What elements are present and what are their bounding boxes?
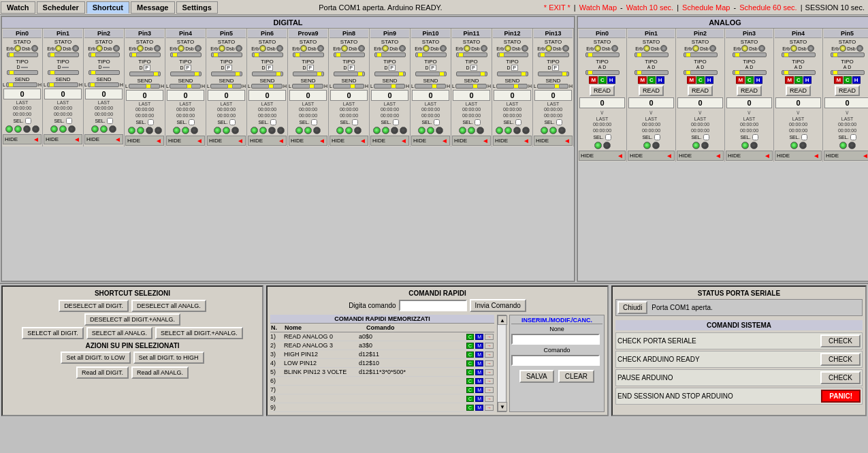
arrow-btn-5[interactable]: → xyxy=(485,378,494,384)
arrow-btn-3[interactable]: → xyxy=(485,360,494,366)
sel-checkbox-3[interactable] xyxy=(148,119,154,125)
hide-btn-13[interactable]: HIDE ◄ xyxy=(534,136,573,146)
arrow-btn-2[interactable]: → xyxy=(485,352,494,358)
sel-checkbox-12[interactable] xyxy=(515,119,521,125)
insert-nome-input[interactable] xyxy=(511,334,600,345)
c-btn-5[interactable]: C xyxy=(466,378,474,384)
tab-message[interactable]: Message xyxy=(131,1,174,14)
schedule60-link[interactable]: Schedule 60 sec. xyxy=(739,3,797,12)
tab-scheduler[interactable]: Scheduler xyxy=(37,1,85,14)
hide-btn-12[interactable]: HIDE ◄ xyxy=(493,136,532,146)
invia-btn[interactable]: Invia Comando xyxy=(470,299,526,312)
sel-checkbox-6[interactable] xyxy=(270,119,276,125)
ahide-btn-0[interactable]: HIDE ◄ xyxy=(579,151,626,161)
m-btn-8[interactable]: M xyxy=(475,405,483,411)
tab-shortcut[interactable]: Shortcut xyxy=(86,1,129,14)
sel-checkbox-9[interactable] xyxy=(393,119,399,125)
asel-checkbox-3[interactable] xyxy=(752,134,758,140)
c-btn-0[interactable]: C xyxy=(466,334,474,340)
ahide-btn-3[interactable]: HIDE ◄ xyxy=(726,151,773,161)
asel-checkbox-5[interactable] xyxy=(850,134,856,140)
hide-btn-1[interactable]: HIDE ◄ xyxy=(44,134,82,144)
chiudi-btn[interactable]: Chiudi xyxy=(617,301,647,314)
select-analg-btn[interactable]: SELECT all ANALG. xyxy=(86,327,152,339)
read-btn-0[interactable]: READ xyxy=(590,85,615,96)
m-btn-2[interactable]: M xyxy=(475,352,483,358)
read-btn-1[interactable]: READ xyxy=(639,85,664,96)
c-btn-3[interactable]: C xyxy=(466,360,474,366)
read-btn-3[interactable]: READ xyxy=(737,85,762,96)
salva-btn[interactable]: SALVA xyxy=(519,370,554,383)
hide-btn-2[interactable]: HIDE ◄ xyxy=(84,134,123,144)
m-btn-4[interactable]: M xyxy=(475,369,483,375)
sistema-btn-1[interactable]: CHECK xyxy=(820,353,861,366)
hide-btn-10[interactable]: HIDE ◄ xyxy=(411,136,450,146)
c-btn-4[interactable]: C xyxy=(466,369,474,375)
select-digit-btn[interactable]: SELECT all DIGIT. xyxy=(22,327,83,339)
hide-btn-5[interactable]: HIDE ◄ xyxy=(207,136,246,146)
hide-btn-7[interactable]: HIDE ◄ xyxy=(289,136,327,146)
sel-checkbox-11[interactable] xyxy=(475,119,481,125)
hide-btn-11[interactable]: HIDE ◄ xyxy=(452,136,491,146)
hide-btn-9[interactable]: HIDE ◄ xyxy=(370,136,409,146)
c-btn-2[interactable]: C xyxy=(466,352,474,358)
deselect-digit-btn[interactable]: DESELECT all DIGIT. xyxy=(59,300,129,312)
sel-checkbox-8[interactable] xyxy=(352,119,358,125)
sistema-btn-0[interactable]: CHECK xyxy=(820,334,861,347)
read-btn-2[interactable]: READ xyxy=(688,85,713,96)
m-btn-3[interactable]: M xyxy=(475,360,483,366)
arrow-btn-8[interactable]: → xyxy=(485,405,494,411)
hide-btn-6[interactable]: HIDE ◄ xyxy=(248,136,287,146)
watch10-link[interactable]: Watch 10 sec. xyxy=(626,3,673,12)
watch-map-link[interactable]: Watch Map xyxy=(579,3,617,12)
c-btn-8[interactable]: C xyxy=(466,405,474,411)
sistema-btn-2[interactable]: CHECK xyxy=(820,371,861,384)
arrow-btn-6[interactable]: → xyxy=(485,387,494,393)
hide-btn-0[interactable]: HIDE ◄ xyxy=(3,134,42,144)
arrow-btn-4[interactable]: → xyxy=(485,369,494,375)
asel-checkbox-4[interactable] xyxy=(801,134,807,140)
m-btn-5[interactable]: M xyxy=(475,378,483,384)
sel-checkbox-4[interactable] xyxy=(189,119,195,125)
m-btn-6[interactable]: M xyxy=(475,387,483,393)
ahide-btn-1[interactable]: HIDE ◄ xyxy=(628,151,675,161)
sel-checkbox-10[interactable] xyxy=(434,119,440,125)
read-btn-4[interactable]: READ xyxy=(786,85,811,96)
sel-checkbox-13[interactable] xyxy=(556,119,562,125)
asel-checkbox-1[interactable] xyxy=(654,134,660,140)
c-btn-7[interactable]: C xyxy=(466,396,474,402)
read-btn-5[interactable]: READ xyxy=(835,85,860,96)
read-digit-btn[interactable]: Read all DIGIT. xyxy=(76,366,129,379)
c-btn-6[interactable]: C xyxy=(466,387,474,393)
set-low-btn[interactable]: Set all DIGIT. to LOW xyxy=(61,352,130,364)
insert-comando-input[interactable] xyxy=(511,355,600,366)
hide-btn-3[interactable]: HIDE ◄ xyxy=(125,136,164,146)
exit-link[interactable]: * EXIT * xyxy=(544,3,570,12)
sel-checkbox-2[interactable] xyxy=(107,118,113,124)
deselect-all-btn[interactable]: DESELECT all DIGIT.+ANALG. xyxy=(84,313,180,326)
arrow-btn-0[interactable]: → xyxy=(485,334,494,340)
c-btn-1[interactable]: C xyxy=(466,343,474,349)
sel-checkbox-1[interactable] xyxy=(66,118,72,124)
deselect-analg-btn[interactable]: DESELECT all ANALG. xyxy=(131,300,206,312)
read-analg-btn[interactable]: Read all ANALG. xyxy=(131,366,189,379)
tab-watch[interactable]: Watch xyxy=(1,1,35,14)
schedule-map-link[interactable]: Schedule Map xyxy=(682,3,730,12)
clear-btn[interactable]: CLEAR xyxy=(558,370,594,383)
scroll-up-btn[interactable]: ▲ xyxy=(498,315,507,325)
sel-checkbox-0[interactable] xyxy=(25,118,31,124)
ahide-btn-2[interactable]: HIDE ◄ xyxy=(677,151,724,161)
command-input[interactable] xyxy=(399,300,467,311)
m-btn-7[interactable]: M xyxy=(475,396,483,402)
hide-btn-4[interactable]: HIDE ◄ xyxy=(166,136,205,146)
asel-checkbox-0[interactable] xyxy=(605,134,611,140)
sel-checkbox-5[interactable] xyxy=(229,119,236,125)
m-btn-1[interactable]: M xyxy=(475,343,483,349)
select-all-btn[interactable]: SELECT all DIGIT.+ANALG. xyxy=(155,327,243,339)
scroll-down-btn[interactable]: ▼ xyxy=(498,402,507,411)
ahide-btn-5[interactable]: HIDE ◄ xyxy=(824,151,868,161)
arrow-btn-7[interactable]: → xyxy=(485,396,494,402)
hide-btn-8[interactable]: HIDE ◄ xyxy=(329,136,368,146)
sistema-btn-3[interactable]: PANIC! xyxy=(821,390,861,403)
sel-checkbox-7[interactable] xyxy=(311,119,317,125)
